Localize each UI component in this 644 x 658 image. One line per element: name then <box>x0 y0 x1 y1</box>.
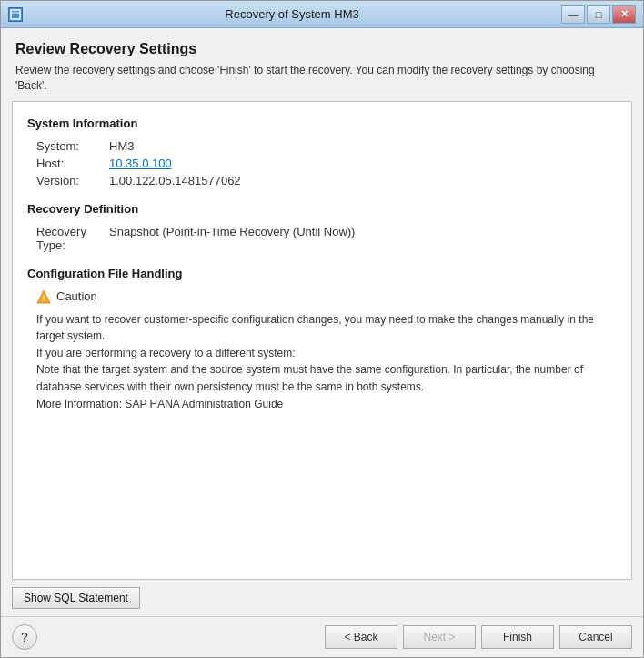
title-bar: Recovery of System HM3 — □ ✕ <box>1 1 643 28</box>
caution-label: Caution <box>56 289 97 303</box>
system-information-section: System Information System: HM3 Host: 10.… <box>27 116 617 187</box>
caution-body: If you want to recover customer-specific… <box>36 311 617 413</box>
minimize-button[interactable]: — <box>561 5 585 24</box>
footer-top: Show SQL Statement <box>1 580 643 616</box>
next-button[interactable]: Next > <box>403 625 476 649</box>
recovery-definition-title: Recovery Definition <box>27 202 617 216</box>
title-bar-buttons: — □ ✕ <box>561 5 636 24</box>
caution-line-3: Note that the target system and the sour… <box>36 361 617 395</box>
show-sql-button[interactable]: Show SQL Statement <box>12 587 140 609</box>
caution-icon: ! <box>36 289 51 304</box>
main-content: System Information System: HM3 Host: 10.… <box>1 101 643 580</box>
main-window: Recovery of System HM3 — □ ✕ Review Reco… <box>0 0 644 658</box>
finish-button[interactable]: Finish <box>481 625 554 649</box>
version-row: Version: 1.00.122.05.1481577062 <box>36 174 617 187</box>
caution-row: ! Caution <box>36 289 617 304</box>
svg-rect-0 <box>11 10 20 19</box>
config-handling-title: Configuration File Handling <box>27 267 617 280</box>
recovery-type-value: Snapshot (Point-in-Time Recovery (Until … <box>109 225 355 252</box>
page-subtitle: Review the recovery settings and choose … <box>15 63 629 94</box>
version-label: Version: <box>36 174 109 187</box>
footer-bottom: ? < Back Next > Finish Cancel <box>1 616 643 657</box>
nav-buttons: < Back Next > Finish Cancel <box>325 625 632 649</box>
host-row: Host: 10.35.0.100 <box>36 157 617 170</box>
close-button[interactable]: ✕ <box>612 5 636 24</box>
recovery-type-label: Recovery Type: <box>36 225 109 252</box>
system-info-title: System Information <box>27 116 617 130</box>
recovery-definition-section: Recovery Definition Recovery Type: Snaps… <box>27 202 617 252</box>
back-button[interactable]: < Back <box>325 625 397 649</box>
svg-text:!: ! <box>43 294 45 303</box>
caution-line-4: More Information: SAP HANA Administratio… <box>36 396 617 413</box>
system-value: HM3 <box>109 139 134 153</box>
help-button[interactable]: ? <box>12 624 37 650</box>
restore-button[interactable]: □ <box>587 5 610 24</box>
system-label: System: <box>36 139 109 153</box>
host-value[interactable]: 10.35.0.100 <box>109 157 172 170</box>
system-info-table: System: HM3 Host: 10.35.0.100 Version: 1… <box>36 139 617 187</box>
config-handling-section: Configuration File Handling ! Caution If… <box>27 267 617 413</box>
recovery-definition-table: Recovery Type: Snapshot (Point-in-Time R… <box>36 225 617 252</box>
version-value: 1.00.122.05.1481577062 <box>109 174 241 187</box>
window-title: Recovery of System HM3 <box>23 7 561 21</box>
system-row: System: HM3 <box>36 139 617 153</box>
page-title: Review Recovery Settings <box>15 41 629 57</box>
page-header: Review Recovery Settings Review the reco… <box>1 28 643 101</box>
caution-line-2: If you are performing a recovery to a di… <box>36 345 617 362</box>
recovery-type-row: Recovery Type: Snapshot (Point-in-Time R… <box>36 225 617 252</box>
window-icon <box>8 7 23 22</box>
caution-line-1: If you want to recover customer-specific… <box>36 311 617 345</box>
content-panel: System Information System: HM3 Host: 10.… <box>12 101 632 580</box>
host-label: Host: <box>36 157 109 170</box>
cancel-button[interactable]: Cancel <box>559 625 632 649</box>
